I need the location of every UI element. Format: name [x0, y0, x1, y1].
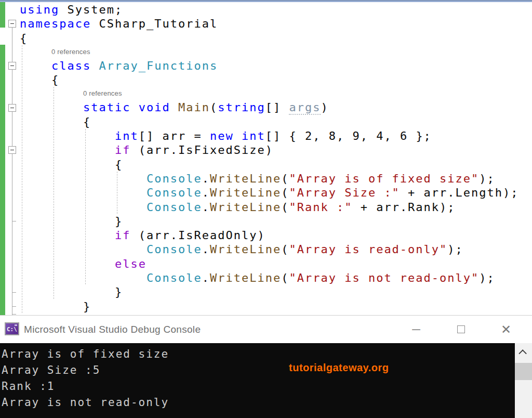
- code-line: namespace CSharp_Tutorial: [20, 17, 519, 31]
- code-line: else: [20, 257, 519, 271]
- console-output-line: Rank :1: [2, 378, 169, 395]
- code-line: Console.WriteLine("Rank :" + arr.Rank);: [20, 200, 519, 214]
- chevron-up-icon: [518, 349, 527, 358]
- fold-end-tick: [12, 221, 16, 221]
- change-tracking-bar: [0, 2, 5, 28]
- code-line: {: [20, 115, 519, 129]
- cmd-icon-label: C:\: [7, 326, 17, 333]
- code-line: }: [20, 299, 519, 314]
- code-line: if (arr.IsReadOnly): [20, 228, 519, 242]
- code-lines: using System;namespace CSharp_Tutorial{0…: [20, 3, 519, 315]
- watermark-text: tutorialgateway.org: [289, 362, 389, 374]
- console-output-line: Array is not read-only: [2, 395, 169, 411]
- minimize-button[interactable]: ─: [404, 316, 428, 343]
- fold-end-tick: [12, 314, 16, 315]
- fold-end-tick: [12, 306, 16, 307]
- debug-console-titlebar[interactable]: C:\ Microsoft Visual Studio Debug Consol…: [0, 315, 532, 343]
- console-output: Array is of fixed sizeArray Size :5Rank …: [2, 346, 169, 411]
- fold-end-tick: [12, 292, 16, 293]
- code-line: static void Main(string[] args): [20, 100, 519, 114]
- scrollbar-thumb[interactable]: [515, 363, 532, 380]
- console-output-line: Array is of fixed size: [2, 346, 169, 362]
- code-line: {: [20, 31, 519, 45]
- debug-console-output-area[interactable]: Array is of fixed sizeArray Size :5Rank …: [0, 343, 532, 418]
- minus-icon: [10, 108, 14, 108]
- minus-icon: [10, 23, 14, 24]
- codelens-reference-count: 0 references: [20, 45, 519, 59]
- code-line: using System;: [20, 3, 519, 17]
- maximize-icon: [457, 325, 465, 333]
- code-line: {: [20, 73, 519, 87]
- screen: using System;namespace CSharp_Tutorial{0…: [0, 0, 532, 418]
- close-button[interactable]: ✕: [494, 316, 518, 343]
- scrollbar-up-button[interactable]: [515, 347, 532, 358]
- window-title: Microsoft Visual Studio Debug Console: [24, 324, 201, 335]
- code-line: {: [20, 158, 519, 172]
- code-line: }: [20, 285, 519, 299]
- code-line: int[] arr = new int[] { 2, 8, 9, 4, 6 };: [20, 129, 519, 143]
- close-icon: ✕: [501, 322, 511, 337]
- code-line: }: [20, 214, 519, 228]
- fold-collapse-button-main[interactable]: [8, 104, 16, 112]
- code-line: Console.WriteLine("Array is not read-onl…: [20, 271, 519, 285]
- code-line: class Array_Functions: [20, 59, 519, 73]
- codelens-reference-count: 0 references: [20, 87, 519, 100]
- maximize-button[interactable]: [449, 316, 473, 343]
- cmd-console-icon: C:\: [5, 322, 19, 335]
- code-line: Console.WriteLine("Array is read-only");: [20, 242, 519, 256]
- change-tracking-bar: [0, 45, 5, 315]
- fold-collapse-button-namespace[interactable]: [8, 20, 16, 28]
- code-line: if (arr.IsFixedSize): [20, 143, 519, 157]
- minus-icon: [10, 66, 14, 66]
- code-line: Console.WriteLine("Array Size :" + arr.L…: [20, 186, 519, 200]
- fold-collapse-button-if[interactable]: [8, 146, 16, 154]
- console-output-line: Array Size :5: [2, 362, 169, 378]
- minimize-icon: ─: [412, 323, 420, 336]
- cmd-icon-dot: [15, 324, 17, 326]
- code-line: Console.WriteLine("Array is of fixed siz…: [20, 172, 519, 186]
- console-scrollbar[interactable]: [515, 343, 532, 418]
- minus-icon: [10, 150, 14, 150]
- code-editor[interactable]: using System;namespace CSharp_Tutorial{0…: [0, 2, 532, 315]
- fold-collapse-button-class[interactable]: [8, 62, 16, 70]
